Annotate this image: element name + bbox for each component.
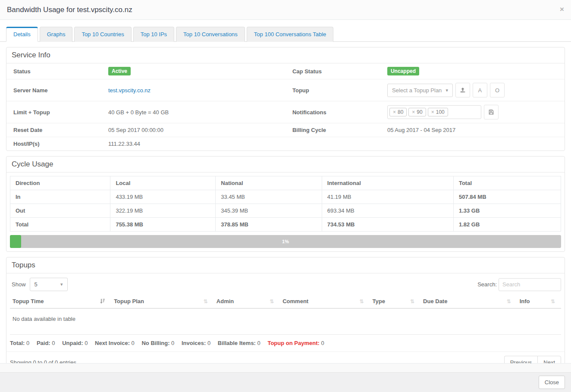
col-direction: Direction <box>10 176 110 190</box>
notifications-tag-input[interactable]: ×80 ×90 ×100 <box>387 105 481 119</box>
status-badge: Active <box>108 67 131 75</box>
sort-icon: ⇅ <box>551 298 558 304</box>
topups-summary: Total: 0 Paid: 0 Unpaid: 0 Next Invoice:… <box>6 335 565 352</box>
topups-toolbar: Show 5 ▾ Search: <box>6 273 565 295</box>
cell: 345.39 MB <box>216 204 322 218</box>
topups-header-row: Topup Time Topup Plan⇅ Admin⇅ Comment⇅ T… <box>10 295 561 308</box>
caret-down-icon: ▾ <box>60 282 63 287</box>
reset-date-label: Reset Date <box>6 123 101 137</box>
col-info[interactable]: Info⇅ <box>517 295 561 308</box>
empty-message: No data available in table <box>10 308 561 335</box>
page-size-select[interactable]: 5 ▾ <box>30 278 68 291</box>
topup-a-button[interactable]: A <box>473 83 487 97</box>
cell: 433.19 MB <box>110 190 216 204</box>
next-page-button[interactable]: Next <box>537 356 561 363</box>
service-info-row-limit: Limit + Topup 40 GB + 0 Byte = 40 GB Not… <box>6 101 565 123</box>
service-info-table: Status Active Cap Status Uncapped Server… <box>6 63 565 151</box>
cell: 322.19 MB <box>110 204 216 218</box>
row-label: Out <box>10 204 110 218</box>
summary-unpaid: Unpaid: 0 <box>62 340 88 346</box>
topup-upload-button[interactable] <box>455 83 470 97</box>
cell: 693.34 MB <box>322 204 453 218</box>
cell-total: 1.33 GB <box>453 204 561 218</box>
col-label: Info <box>520 298 530 304</box>
cell: 734.53 MB <box>322 218 453 232</box>
cycle-usage-row-in: In 433.19 MB 33.45 MB 41.19 MB 507.84 MB <box>10 190 561 204</box>
limit-topup-label: Limit + Topup <box>6 101 101 123</box>
summary-no-billing: No Billing: 0 <box>141 340 174 346</box>
usage-progress-bar: 1% <box>10 235 561 248</box>
server-name-link[interactable]: test.vpscity.co.nz <box>108 87 151 94</box>
topup-o-button[interactable]: O <box>490 83 505 97</box>
tab-top10-ips[interactable]: Top 10 IPs <box>133 27 174 42</box>
cycle-usage-row-total: Total 755.38 MB 378.85 MB 734.53 MB 1.82… <box>10 218 561 232</box>
sort-icon: ⇅ <box>204 298 211 304</box>
service-info-panel: Service Info Status Active Cap Status Un… <box>6 47 565 151</box>
col-due-date[interactable]: Due Date⇅ <box>420 295 517 308</box>
modal-content: Bandwidth Usage for test.vpscity.co.nz ×… <box>0 0 571 363</box>
modal-footer: Close <box>0 372 571 392</box>
summary-paid: Paid: 0 <box>37 340 55 346</box>
col-admin[interactable]: Admin⇅ <box>214 295 280 308</box>
host-ip-value: 111.22.33.44 <box>101 137 286 151</box>
close-button[interactable]: Close <box>539 376 565 389</box>
billing-cycle-label: Billing Cycle <box>286 123 380 137</box>
cell-total: 1.82 GB <box>453 218 561 232</box>
col-international: International <box>322 176 453 190</box>
search-label: Search: <box>477 281 497 288</box>
status-label: Status <box>6 63 101 79</box>
row-label: Total <box>10 218 110 232</box>
col-label: Type <box>373 298 385 304</box>
topups-footer: Showing 0 to 0 of 0 entries Previous Nex… <box>6 352 565 363</box>
tab-top10-conversations[interactable]: Top 10 Conversations <box>176 27 245 42</box>
empty-row: No data available in table <box>10 308 561 335</box>
usage-progress-label: 1% <box>10 235 561 248</box>
summary-topup-on-payment: Topup on Payment: 0 <box>267 340 324 346</box>
cell: 41.19 MB <box>322 190 453 204</box>
service-info-row-reset: Reset Date 05 Sep 2017 00:00:00 Billing … <box>6 123 565 137</box>
search-input[interactable] <box>499 278 561 291</box>
topup-plan-select[interactable]: Select a Topup Plan ▾ <box>387 84 453 97</box>
col-type[interactable]: Type⇅ <box>370 295 421 308</box>
service-info-row-host: Host/IP(s) 111.22.33.44 <box>6 137 565 151</box>
notifications-label: Notifications <box>286 101 380 123</box>
col-topup-time[interactable]: Topup Time <box>10 295 111 308</box>
col-national: National <box>216 176 322 190</box>
tag-remove-icon[interactable]: × <box>393 109 396 115</box>
col-label: Comment <box>282 298 308 304</box>
col-label: Topup Plan <box>114 298 144 304</box>
modal-title: Bandwidth Usage for test.vpscity.co.nz <box>7 6 132 14</box>
tab-top100-conversations-table[interactable]: Top 100 Conversations Table <box>247 27 333 42</box>
cap-status-badge: Uncapped <box>387 67 419 75</box>
summary-invoices: Invoices: 0 <box>182 340 210 346</box>
topups-title: Topups <box>6 257 565 273</box>
cap-status-label: Cap Status <box>286 63 380 79</box>
sort-desc-icon <box>100 298 105 304</box>
service-info-row-status: Status Active Cap Status Uncapped <box>6 63 565 79</box>
host-ip-label: Host/IP(s) <box>6 137 101 151</box>
cycle-usage-panel: Cycle Usage Direction Local National Int… <box>6 156 565 252</box>
upload-icon <box>460 87 466 93</box>
notifications-save-button[interactable] <box>484 105 499 119</box>
topups-table: Topup Time Topup Plan⇅ Admin⇅ Comment⇅ T… <box>10 295 561 335</box>
modal-header: Bandwidth Usage for test.vpscity.co.nz × <box>0 0 571 20</box>
tag-value: 90 <box>417 109 422 115</box>
close-icon[interactable]: × <box>560 6 564 13</box>
tab-details[interactable]: Details <box>6 27 38 42</box>
tab-graphs[interactable]: Graphs <box>40 27 73 42</box>
cycle-usage-title: Cycle Usage <box>6 157 565 172</box>
col-comment[interactable]: Comment⇅ <box>280 295 370 308</box>
col-local: Local <box>110 176 216 190</box>
col-topup-plan[interactable]: Topup Plan⇅ <box>111 295 214 308</box>
service-info-row-server: Server Name test.vpscity.co.nz Topup Sel… <box>6 79 565 101</box>
col-label: Due Date <box>423 298 447 304</box>
previous-page-button[interactable]: Previous <box>504 356 538 363</box>
service-info-title: Service Info <box>6 47 565 63</box>
notification-tag: ×90 <box>408 108 426 116</box>
tag-remove-icon[interactable]: × <box>412 109 415 115</box>
tab-top10-countries[interactable]: Top 10 Countries <box>74 27 131 42</box>
tag-value: 100 <box>436 109 445 115</box>
summary-total: Total: 0 <box>10 340 29 346</box>
tag-remove-icon[interactable]: × <box>431 109 434 115</box>
summary-billable-items: Billable Items: 0 <box>218 340 260 346</box>
